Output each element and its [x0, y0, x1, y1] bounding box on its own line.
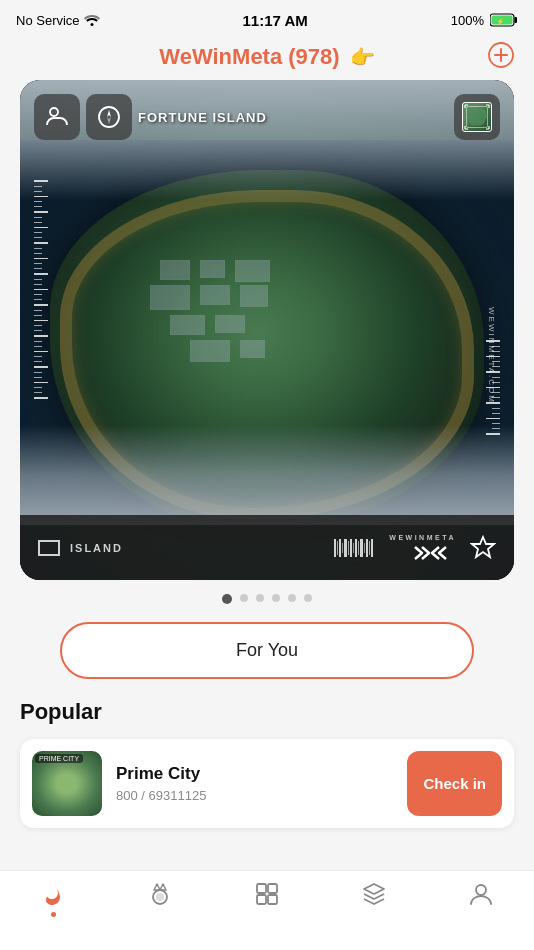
- island-scene: WEWINMETA.COM FORTUNE ISLAND: [20, 80, 514, 580]
- for-you-button[interactable]: For You: [60, 622, 474, 679]
- vertical-site-text: WEWINMETA.COM: [482, 210, 500, 500]
- logo-area: WEWINMETA: [389, 534, 456, 562]
- wifi-icon: [84, 14, 100, 26]
- dot-3[interactable]: [256, 594, 264, 602]
- svg-marker-11: [107, 117, 111, 124]
- svg-rect-23: [257, 884, 266, 893]
- island-square-icon: [38, 540, 60, 556]
- svg-rect-26: [268, 895, 277, 904]
- nav-active-indicator: [51, 912, 56, 917]
- top-left-overlay: FORTUNE ISLAND: [34, 94, 267, 140]
- cloud-bottom: [20, 425, 514, 525]
- nav-profile[interactable]: [427, 881, 534, 907]
- svg-marker-20: [472, 537, 494, 557]
- dot-2[interactable]: [240, 594, 248, 602]
- layers-icon: [361, 881, 387, 907]
- popular-item-prime-city: PRIME CITY Prime City 800 / 69311125 Che…: [20, 739, 514, 828]
- carousel-dots: [0, 580, 534, 614]
- nav-layers[interactable]: [320, 881, 427, 907]
- svg-marker-10: [107, 110, 111, 117]
- person-icon-box: [34, 94, 80, 140]
- popular-title: Popular: [20, 699, 514, 725]
- svg-text:⚡: ⚡: [496, 17, 505, 26]
- popular-section: Popular PRIME CITY Prime City 800 / 6931…: [0, 691, 534, 828]
- battery-icon: ⚡: [490, 13, 518, 27]
- for-you-row: For You: [0, 614, 534, 691]
- status-time: 11:17 AM: [243, 12, 308, 29]
- mini-map-svg: [463, 103, 491, 131]
- island-card: WEWINMETA.COM FORTUNE ISLAND: [20, 80, 514, 580]
- bottom-overlay-bar: ISLAND: [20, 515, 514, 580]
- top-right-overlay: [454, 94, 500, 140]
- barcode-area: [334, 539, 373, 557]
- person-icon: [468, 881, 494, 907]
- prime-city-stats: 800 / 69311125: [116, 788, 393, 803]
- header: WeWinMeta (978) 👉: [0, 36, 534, 80]
- logo-text: WEWINMETA: [389, 534, 456, 541]
- prime-city-info: Prime City 800 / 69311125: [116, 764, 393, 803]
- mini-map-thumb: [462, 102, 492, 132]
- battery-text: 100%: [451, 13, 484, 28]
- ruler-left: [34, 180, 54, 510]
- bottom-left-area: ISLAND: [38, 540, 123, 556]
- bottom-right-area: WEWINMETA: [334, 534, 496, 562]
- svg-rect-24: [268, 884, 277, 893]
- svg-rect-2: [514, 17, 517, 23]
- bottom-navigation: [0, 870, 534, 950]
- svg-point-22: [156, 893, 164, 901]
- dot-1[interactable]: [222, 594, 232, 604]
- status-bar: No Service 11:17 AM 100% ⚡: [0, 0, 534, 36]
- add-button[interactable]: [488, 42, 514, 72]
- hand-pointing-icon: 👉: [350, 45, 375, 69]
- check-in-button[interactable]: Check in: [407, 751, 502, 816]
- island-icon-area: [38, 540, 60, 556]
- svg-point-8: [50, 108, 58, 116]
- compass-icon-box: [86, 94, 132, 140]
- wewinmeta-logo-arrows: [412, 544, 456, 562]
- for-you-label: For You: [236, 640, 298, 661]
- fire-icon: [40, 881, 66, 907]
- grid-icon: [254, 881, 280, 907]
- nav-grid[interactable]: [214, 881, 321, 907]
- medal-icon: [147, 881, 173, 907]
- svg-rect-25: [257, 895, 266, 904]
- star-icon: [470, 535, 496, 561]
- fortune-island-label: FORTUNE ISLAND: [138, 110, 267, 125]
- app-title: WeWinMeta (978): [159, 44, 339, 70]
- thumb-label: PRIME CITY: [35, 754, 83, 763]
- compass-icon: [97, 105, 121, 129]
- prime-city-name: Prime City: [116, 764, 393, 784]
- nav-home[interactable]: [0, 881, 107, 917]
- dot-4[interactable]: [272, 594, 280, 602]
- plus-circle-icon[interactable]: [488, 42, 514, 68]
- person-location-icon: [45, 105, 69, 129]
- service-text: No Service: [16, 13, 80, 28]
- status-service: No Service: [16, 13, 100, 28]
- city-grid: [140, 250, 360, 410]
- dot-6[interactable]: [304, 594, 312, 602]
- island-bracket-text: ISLAND: [70, 542, 123, 554]
- dot-5[interactable]: [288, 594, 296, 602]
- prime-city-thumbnail: PRIME CITY: [32, 751, 102, 816]
- header-title-area: WeWinMeta (978) 👉: [159, 44, 374, 70]
- svg-point-27: [476, 885, 486, 895]
- status-battery-area: 100% ⚡: [451, 13, 518, 28]
- nav-rewards[interactable]: [107, 881, 214, 907]
- svg-point-0: [90, 23, 93, 26]
- check-in-label: Check in: [423, 775, 486, 792]
